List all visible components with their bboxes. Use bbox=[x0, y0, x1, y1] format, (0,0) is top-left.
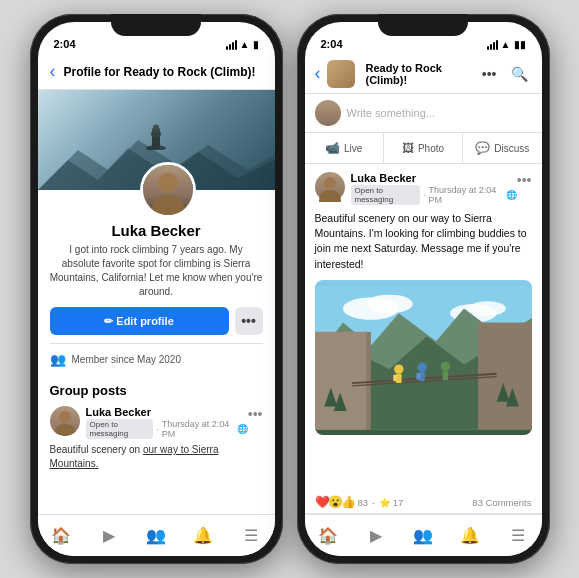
open-msg-badge-left: Open to messaging bbox=[86, 419, 154, 439]
action-row: 📹 Live 🖼 Photo 💬 Discuss bbox=[305, 133, 542, 164]
nav-bar-left: ‹ Profile for Ready to Rock (Climb)! bbox=[38, 54, 275, 90]
write-bar: Write something... bbox=[305, 94, 542, 133]
nav-groups-left[interactable]: 👥 bbox=[132, 515, 179, 556]
live-button[interactable]: 📹 Live bbox=[305, 133, 384, 163]
edit-profile-button[interactable]: ✏ Edit profile bbox=[50, 307, 229, 335]
globe-icon-right: 🌐 bbox=[506, 190, 517, 200]
left-post-card: Luka Becker Open to messaging · Thursday… bbox=[50, 406, 263, 471]
left-post-user-info: Luka Becker Open to messaging · Thursday… bbox=[86, 406, 248, 439]
photo-button[interactable]: 🖼 Photo bbox=[384, 133, 463, 163]
right-post-meta: Open to messaging · Thursday at 2:04 PM … bbox=[351, 185, 517, 205]
svg-rect-31 bbox=[416, 373, 420, 380]
dot-sep-left: · bbox=[156, 424, 159, 434]
discuss-button[interactable]: 💬 Discuss bbox=[463, 133, 541, 163]
right-post-text: Beautiful scenery on our way to Sierra M… bbox=[315, 211, 532, 272]
nav-home-right[interactable]: 🏠 bbox=[305, 515, 352, 556]
discuss-label: Discuss bbox=[494, 143, 529, 154]
group-posts-title: Group posts bbox=[50, 383, 263, 398]
photo-label: Photo bbox=[418, 143, 444, 154]
back-button-left[interactable]: ‹ bbox=[50, 61, 56, 82]
live-icon: 📹 bbox=[325, 141, 340, 155]
more-dots-right[interactable]: ••• bbox=[478, 64, 501, 84]
nav-title-left: Profile for Ready to Rock (Climb)! bbox=[64, 65, 263, 79]
reactions-left: ❤️ 😮 👍 83 · ⭐ 17 bbox=[315, 495, 404, 509]
right-phone: 2:04 ▲ ▮▮ ‹ Ready to Rock (Climb)! bbox=[297, 14, 550, 564]
groups-icon-right: 👥 bbox=[413, 526, 433, 545]
menu-icon-right: ☰ bbox=[511, 526, 525, 545]
svg-point-7 bbox=[158, 173, 178, 193]
nav-notifications-left[interactable]: 🔔 bbox=[180, 515, 227, 556]
left-post-meta: Open to messaging · Thursday at 2:04 PM … bbox=[86, 419, 248, 439]
left-post-dots[interactable]: ••• bbox=[248, 406, 263, 422]
svg-rect-18 bbox=[315, 332, 366, 430]
rock-stack-svg bbox=[141, 110, 171, 150]
person-svg bbox=[143, 165, 193, 215]
star-item: ⭐ 17 bbox=[379, 497, 404, 508]
battery-icon-right: ▮▮ bbox=[514, 39, 526, 50]
bottom-nav-right: 🏠 ▶ 👥 🔔 ☰ bbox=[305, 514, 542, 556]
left-post-author: Luka Becker bbox=[86, 406, 248, 418]
notifications-icon-left: 🔔 bbox=[193, 526, 213, 545]
write-placeholder[interactable]: Write something... bbox=[347, 107, 532, 119]
video-icon-left: ▶ bbox=[103, 526, 115, 545]
bottom-nav-left: 🏠 ▶ 👥 🔔 ☰ bbox=[38, 514, 275, 556]
profile-avatar-left bbox=[140, 162, 196, 218]
reaction-row: ❤️ 😮 👍 83 · ⭐ 17 83 Comments bbox=[305, 489, 542, 514]
globe-icon-left: 🌐 bbox=[237, 424, 248, 434]
like-reaction: 👍 bbox=[341, 495, 356, 509]
time-left: 2:04 bbox=[54, 38, 76, 50]
nav-home-left[interactable]: 🏠 bbox=[38, 515, 85, 556]
reaction-separator: · bbox=[372, 497, 375, 508]
left-post-text: Beautiful scenery on our way to Sierra M… bbox=[50, 443, 263, 471]
profile-bio-left: I got into rock climbing 7 years ago. My… bbox=[50, 243, 263, 299]
nav-video-right[interactable]: ▶ bbox=[352, 515, 399, 556]
svg-point-14 bbox=[468, 301, 505, 316]
status-icons-left: ▲ ▮ bbox=[226, 39, 259, 50]
member-since-text: Member since May 2020 bbox=[72, 354, 182, 365]
back-button-right[interactable]: ‹ bbox=[315, 63, 321, 84]
reaction-count: 83 bbox=[358, 497, 369, 508]
video-icon-right: ▶ bbox=[370, 526, 382, 545]
notch-left bbox=[111, 14, 201, 36]
nav-video-left[interactable]: ▶ bbox=[85, 515, 132, 556]
profile-name-left: Luka Becker bbox=[50, 222, 263, 239]
notch-right bbox=[378, 14, 468, 36]
post-image-right bbox=[315, 280, 532, 435]
menu-icon-left: ☰ bbox=[244, 526, 258, 545]
right-post-dots[interactable]: ••• bbox=[517, 172, 532, 188]
status-icons-right: ▲ ▮▮ bbox=[487, 39, 526, 50]
profile-actions-left: ✏ Edit profile ••• bbox=[50, 307, 263, 335]
home-icon-left: 🏠 bbox=[51, 526, 71, 545]
wifi-icon-left: ▲ bbox=[240, 39, 250, 50]
battery-icon-left: ▮ bbox=[253, 39, 259, 50]
scene: 2:04 ▲ ▮ ‹ Profile for Ready to Rock (Cl… bbox=[0, 0, 579, 578]
nav-menu-left[interactable]: ☰ bbox=[227, 515, 274, 556]
more-options-button[interactable]: ••• bbox=[235, 307, 263, 335]
right-post-author: Luka Becker bbox=[351, 172, 517, 184]
search-button-right[interactable]: 🔍 bbox=[507, 64, 532, 84]
time-right: 2:04 bbox=[321, 38, 343, 50]
right-post-avatar bbox=[315, 172, 345, 202]
svg-point-9 bbox=[324, 177, 336, 189]
svg-rect-19 bbox=[477, 322, 531, 429]
dot-sep-right: · bbox=[423, 190, 426, 200]
svg-rect-28 bbox=[393, 375, 397, 382]
nav-groups-right[interactable]: 👥 bbox=[399, 515, 446, 556]
svg-point-6 bbox=[153, 125, 159, 130]
write-avatar bbox=[315, 100, 341, 126]
left-post-header: Luka Becker Open to messaging · Thursday… bbox=[50, 406, 263, 439]
left-phone-inner: 2:04 ▲ ▮ ‹ Profile for Ready to Rock (Cl… bbox=[38, 22, 275, 556]
right-post-header: Luka Becker Open to messaging · Thursday… bbox=[315, 172, 532, 205]
post-time-right: Thursday at 2:04 PM bbox=[429, 185, 503, 205]
star-count: 17 bbox=[393, 497, 404, 508]
member-since: 👥 Member since May 2020 bbox=[50, 343, 263, 367]
groups-icon-left: 👥 bbox=[146, 526, 166, 545]
svg-point-26 bbox=[394, 364, 403, 373]
svg-point-32 bbox=[440, 362, 449, 371]
right-post: Luka Becker Open to messaging · Thursday… bbox=[305, 164, 542, 489]
nav-notifications-right[interactable]: 🔔 bbox=[447, 515, 494, 556]
signal-icon-left bbox=[226, 40, 237, 50]
nav-menu-right[interactable]: ☰ bbox=[494, 515, 541, 556]
comments-count: 83 Comments bbox=[472, 497, 531, 508]
photo-icon: 🖼 bbox=[402, 141, 414, 155]
